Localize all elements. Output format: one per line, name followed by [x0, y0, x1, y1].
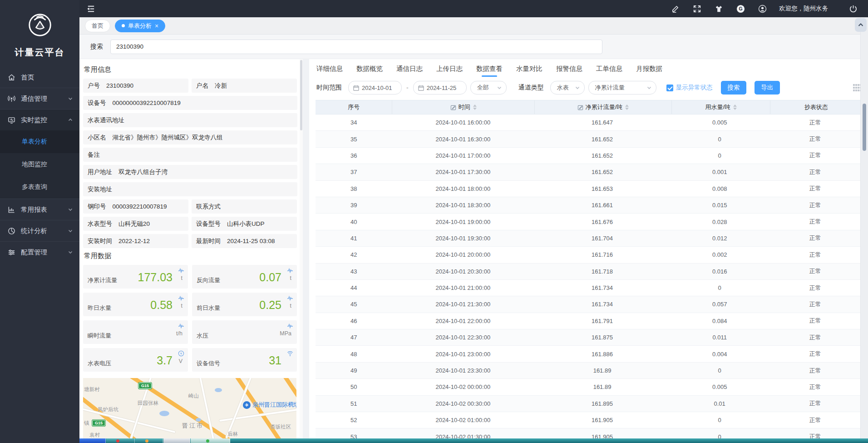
- chevron-down-icon: [68, 96, 73, 101]
- taskbar-window-button[interactable]: [135, 438, 163, 443]
- tab-detail-info[interactable]: 详细信息: [316, 60, 344, 78]
- chevron-down-icon: [647, 85, 651, 90]
- cell: 43: [316, 264, 392, 279]
- sidebar-item-communication-management[interactable]: 通信管理: [0, 88, 79, 109]
- cell: 0.001: [671, 164, 769, 180]
- show-abnormal-checkbox[interactable]: 显示异常状态: [666, 84, 713, 92]
- map-poi-airport[interactable]: ✈ 泉州晋江国际机场: [243, 401, 296, 409]
- sidebar-item-config-management[interactable]: 配置管理: [0, 241, 79, 263]
- metric-select[interactable]: 净累计流量: [588, 81, 656, 95]
- table-row: 452024-10-01 21:30:00161.7340.057正常: [316, 296, 862, 313]
- tab-data-overview[interactable]: 数据概览: [355, 60, 384, 78]
- start-date-input[interactable]: 2024-10-01: [348, 81, 402, 95]
- column-header-0[interactable]: 序号: [316, 100, 392, 114]
- tab-home[interactable]: 首页: [85, 20, 110, 32]
- sort-icons[interactable]: [733, 105, 737, 110]
- cell: 2024-10-01 20:30:00: [392, 264, 534, 279]
- cell: 161.652: [534, 164, 671, 180]
- column-header-2[interactable]: 净累计流量/吨: [535, 100, 672, 114]
- charge-icon: [178, 350, 184, 357]
- edit-column-icon: [450, 105, 456, 110]
- avatar-icon[interactable]: [757, 4, 767, 14]
- sidebar-item-map-monitoring[interactable]: 地图监控: [0, 153, 79, 176]
- cell: 161.89: [534, 379, 671, 395]
- taskbar-window-button[interactable]: [191, 438, 230, 443]
- sort-icons[interactable]: [625, 105, 629, 110]
- sidebar-item-statistics-analysis[interactable]: 统计分析: [0, 220, 79, 241]
- close-tab-icon[interactable]: ×: [155, 23, 158, 29]
- stat-value: 31: [269, 354, 281, 367]
- sort-icons[interactable]: [473, 105, 477, 110]
- table-row: 492024-10-01 23:30:00161.890正常: [316, 363, 862, 379]
- cell: 正常: [769, 363, 862, 378]
- cell: 161.652: [534, 148, 671, 164]
- table-row: 512024-10-02 00:30:00161.8950.01正常: [316, 396, 862, 412]
- cell: 40: [316, 214, 392, 229]
- taskbar-window-button[interactable]: [106, 438, 135, 443]
- column-header-1[interactable]: 时间: [392, 100, 535, 114]
- cell: 正常: [769, 379, 862, 395]
- g-circle-icon[interactable]: G: [735, 4, 745, 14]
- sidebar-item-common-reports[interactable]: 常用报表: [0, 199, 79, 220]
- table-row: 352024-10-01 16:30:00161.6520正常: [316, 131, 862, 147]
- window-scrollbar[interactable]: [860, 17, 868, 438]
- field-label: 联系方式: [196, 203, 221, 211]
- topbar-actions: G 欢迎您，随州水务: [670, 4, 862, 14]
- channel-select[interactable]: 水表: [550, 81, 585, 95]
- taskbar-window-button[interactable]: [163, 438, 190, 443]
- edit-icon[interactable]: [670, 4, 680, 14]
- column-header-3[interactable]: 用水量/吨: [672, 100, 771, 114]
- svg-text:G: G: [739, 6, 742, 11]
- field-label: 水表通讯地址: [88, 116, 124, 124]
- tab-alarm-info[interactable]: 报警信息: [555, 60, 583, 78]
- stat-card: 瞬时流量t/h: [83, 320, 188, 344]
- cell: 正常: [769, 131, 862, 147]
- sidebar-item-single-meter-analysis[interactable]: 单表分析: [0, 130, 79, 153]
- search-input[interactable]: [110, 40, 602, 54]
- table-row: 402024-10-01 19:00:00161.6760.028正常: [316, 214, 862, 230]
- sidebar-item-label: 首页: [21, 73, 73, 82]
- scrollbar-thumb[interactable]: [863, 104, 866, 151]
- start-date-value: 2024-10-01: [362, 85, 392, 91]
- tab-monthly-report[interactable]: 月报数据: [635, 60, 663, 78]
- tab-upload-log[interactable]: 上传日志: [435, 60, 464, 78]
- end-date-input[interactable]: 2024-11-25: [413, 81, 467, 95]
- checkbox-checked-icon[interactable]: [666, 85, 673, 91]
- taskbar-window-button[interactable]: [79, 438, 106, 443]
- sidebar-item-label: 实时监控: [21, 116, 68, 124]
- tab-data-view[interactable]: 数据查看: [475, 60, 503, 78]
- tab-workorder-info[interactable]: 工单信息: [595, 60, 623, 78]
- range-select[interactable]: 全部: [470, 81, 507, 95]
- cell: 0.057: [671, 296, 769, 312]
- cell: 2024-10-01 21:00:00: [392, 280, 534, 296]
- os-taskbar: [79, 438, 868, 443]
- app-root: 计量云平台 首页通信管理实时监控单表分析地图监控多表查询常用报表统计分析配置管理: [0, 0, 868, 443]
- data-table: 序号时间净累计流量/吨用水量/吨抄表状态 342024-10-01 16:00:…: [316, 100, 862, 438]
- tab-comm-log[interactable]: 通信日志: [395, 60, 424, 78]
- fullscreen-icon[interactable]: [692, 4, 702, 14]
- left-panel-scrollbar[interactable]: [300, 59, 303, 438]
- tab-water-compare[interactable]: 水量对比: [515, 60, 543, 78]
- sidebar-item-multi-meter-query[interactable]: 多表查询: [0, 176, 79, 199]
- tab-single-meter-analysis[interactable]: 单表分析 ×: [115, 20, 165, 32]
- cell: 2024-10-01 23:00:00: [392, 346, 534, 362]
- mini-map[interactable]: G15G15 塘新村田园张林崎山风炉后坑晋江市后林杏坂社区袁村镇 ✈ 泉州晋江国…: [83, 378, 296, 438]
- power-icon[interactable]: [848, 4, 858, 14]
- theme-shirt-icon[interactable]: [714, 4, 724, 14]
- scrollbar-thumb[interactable]: [300, 60, 302, 130]
- collapse-menu-icon[interactable]: [86, 4, 96, 14]
- table-row: 442024-10-01 21:00:00161.7340正常: [316, 280, 862, 296]
- cell: 2024-10-01 18:30:00: [392, 197, 534, 213]
- scroll-top-button[interactable]: [855, 18, 867, 32]
- cell: 正常: [769, 247, 862, 263]
- antenna-icon: [7, 95, 15, 103]
- sidebar-item-realtime-monitoring[interactable]: 实时监控: [0, 109, 79, 130]
- cell: 37: [316, 164, 392, 180]
- export-button[interactable]: 导出: [755, 81, 780, 95]
- sidebar-item-home[interactable]: 首页: [0, 67, 79, 88]
- cell: 2024-10-01 16:30:00: [392, 131, 534, 147]
- search-button[interactable]: 搜索: [721, 81, 746, 95]
- cell: 38: [316, 181, 392, 197]
- table-row: 532024-10-02 01:30:00161.9050正常: [316, 428, 862, 438]
- column-header-4[interactable]: 抄表状态: [770, 100, 862, 114]
